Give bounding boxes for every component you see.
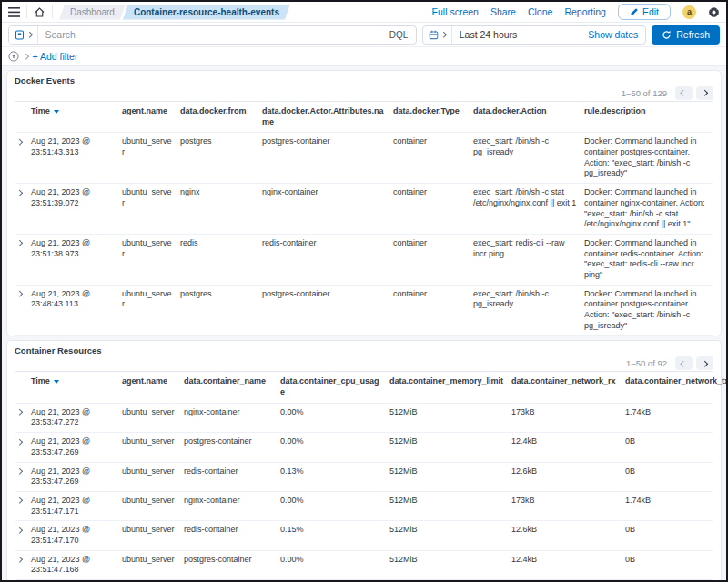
time-range-value[interactable]: Last 24 hours — [452, 29, 581, 40]
expand-row-button[interactable] — [15, 286, 31, 304]
add-filter-button[interactable]: + Add filter — [33, 51, 78, 62]
column-header-data-docker-actor-attributes-name[interactable]: data.docker.Actor.Attributes.name — [262, 102, 393, 132]
chevron-right-icon — [16, 291, 22, 296]
table-cell: 1.74kB — [625, 492, 713, 510]
column-header-data-container-network-tx[interactable]: data.container_network_tx — [625, 372, 726, 392]
table-header-row: Timeagent.namedata.docker.fromdata.docke… — [15, 101, 713, 133]
expand-row-button[interactable] — [15, 404, 31, 422]
table-row: Aug 21, 2023 @ 23:53:47.269ubuntu_server… — [15, 463, 713, 492]
expand-row-button[interactable] — [15, 463, 31, 481]
table-cell: Docker: Command launched in container po… — [584, 286, 713, 336]
refresh-icon — [662, 30, 672, 40]
column-header-data-docker-type[interactable]: data.docker.Type — [393, 102, 473, 122]
table-cell: Aug 21, 2023 @ 23:51:39.072 — [31, 184, 122, 212]
menu-icon — [8, 7, 20, 17]
table-row: Aug 21, 2023 @ 23:53:47.272ubuntu_server… — [15, 404, 713, 433]
previous-page-button[interactable] — [675, 86, 693, 100]
full-screen-button[interactable]: Full screen — [432, 6, 479, 17]
table-cell: Aug 21, 2023 @ 23:53:47.272 — [31, 404, 122, 432]
table-cell: postgres-container — [184, 433, 280, 451]
chevron-right-icon — [702, 90, 707, 95]
expand-row-button[interactable] — [15, 235, 31, 253]
search-input[interactable] — [38, 29, 381, 40]
share-button[interactable]: Share — [490, 6, 516, 17]
column-header-data-docker-from[interactable]: data.docker.from — [180, 102, 262, 122]
column-header-data-docker-action[interactable]: data.docker.Action — [473, 102, 584, 122]
table-row: Aug 21, 2023 @ 23:53:47.269ubuntu_server… — [15, 433, 713, 462]
column-header-data-container-cpu-usage[interactable]: data.container_cpu_usage — [280, 372, 389, 402]
column-header-rule-description[interactable]: rule.description — [584, 102, 713, 122]
table-cell: postgres-container — [262, 286, 393, 304]
next-page-button[interactable] — [696, 356, 713, 370]
table-cell: redis-container — [262, 235, 393, 253]
edit-button-label: Edit — [642, 6, 659, 17]
chevron-down-icon — [440, 32, 446, 37]
expander-column-header — [15, 102, 31, 111]
table-cell: 512MiB — [389, 433, 511, 451]
column-label: data.docker.Actor.Attributes.name — [262, 106, 384, 126]
column-label: data.container_network_rx — [511, 376, 616, 386]
table-cell: 173kB — [511, 492, 625, 510]
expand-row-button[interactable] — [15, 184, 31, 202]
table-cell: postgres — [180, 133, 262, 151]
table-cell: redis — [180, 235, 262, 253]
column-header-time[interactable]: Time — [31, 102, 122, 122]
previous-page-button[interactable] — [675, 356, 693, 370]
breadcrumb: Dashboard Container-resource-health-even… — [59, 5, 290, 20]
expand-row-button[interactable] — [15, 551, 31, 569]
expand-row-button[interactable] — [15, 433, 31, 451]
table-cell: container — [393, 184, 473, 202]
help-icon — [708, 6, 720, 18]
table-cell: ubuntu_server — [122, 286, 180, 314]
clone-button[interactable]: Clone — [528, 6, 552, 17]
column-label: data.docker.Action — [473, 106, 547, 115]
filter-set-menu-button[interactable] — [8, 51, 19, 62]
table-cell: Aug 21, 2023 @ 23:51:47.171 — [31, 492, 122, 520]
chevron-right-icon — [16, 468, 22, 474]
menu-button[interactable] — [8, 7, 20, 17]
table-cell: 0.00% — [280, 551, 389, 569]
help-button[interactable] — [708, 6, 720, 18]
date-quick-select-button[interactable] — [423, 26, 452, 44]
next-page-button[interactable] — [696, 86, 713, 100]
table-cell: 12.6kB — [511, 463, 625, 481]
column-header-agent-name[interactable]: agent.name — [122, 102, 180, 122]
saved-query-menu-button[interactable] — [9, 26, 38, 44]
breadcrumb-current-dashboard[interactable]: Container-resource-health-events — [123, 5, 290, 20]
column-header-data-container-memory-limit[interactable]: data.container_memory_limit — [389, 372, 511, 392]
table-cell: 12.6kB — [511, 521, 625, 539]
table-cell: Aug 21, 2023 @ 23:48:43.113 — [31, 286, 122, 314]
table-cell: redis-container — [184, 463, 280, 481]
table-cell: nginx — [180, 184, 262, 202]
table-cell: exec_start: redis-cli --raw incr ping — [473, 235, 584, 263]
column-header-time[interactable]: Time — [31, 372, 122, 392]
column-header-agent-name[interactable]: agent.name — [122, 372, 184, 392]
breadcrumb-dashboard[interactable]: Dashboard — [59, 5, 126, 20]
column-header-data-container-network-rx[interactable]: data.container_network_rx — [511, 372, 625, 392]
column-label: data.container_memory_limit — [389, 376, 503, 386]
expand-row-button[interactable] — [15, 521, 31, 539]
edit-button[interactable]: Edit — [618, 4, 671, 20]
expand-row-button[interactable] — [15, 133, 31, 151]
sort-desc-icon — [54, 380, 59, 384]
reporting-button[interactable]: Reporting — [564, 6, 606, 17]
table-row: Aug 21, 2023 @ 23:51:43.313ubuntu_server… — [15, 133, 713, 184]
chevron-right-icon — [16, 240, 22, 246]
table-cell: container — [393, 133, 473, 151]
panel-title: Container Resources — [15, 346, 713, 356]
table-cell: ubuntu_server — [122, 133, 180, 161]
table-cell: ubuntu_server — [122, 184, 180, 212]
table-cell: Docker: Command launched in container re… — [584, 235, 713, 285]
refresh-button[interactable]: Refresh — [652, 25, 720, 45]
expand-row-button[interactable] — [15, 492, 31, 510]
table-cell: 0.13% — [280, 463, 389, 481]
avatar[interactable]: a — [682, 5, 696, 19]
table-cell: postgres-container — [262, 133, 393, 151]
home-button[interactable] — [34, 6, 46, 18]
panel-docker-events: Docker Events 1–50 of 129 Timeagent.name… — [6, 70, 722, 336]
column-header-data-container-name[interactable]: data.container_name — [184, 372, 280, 392]
chevron-left-icon — [681, 90, 686, 95]
query-language-button[interactable]: DQL — [381, 30, 417, 40]
show-dates-button[interactable]: Show dates — [581, 29, 645, 40]
table-cell: ubuntu_server — [122, 492, 184, 510]
